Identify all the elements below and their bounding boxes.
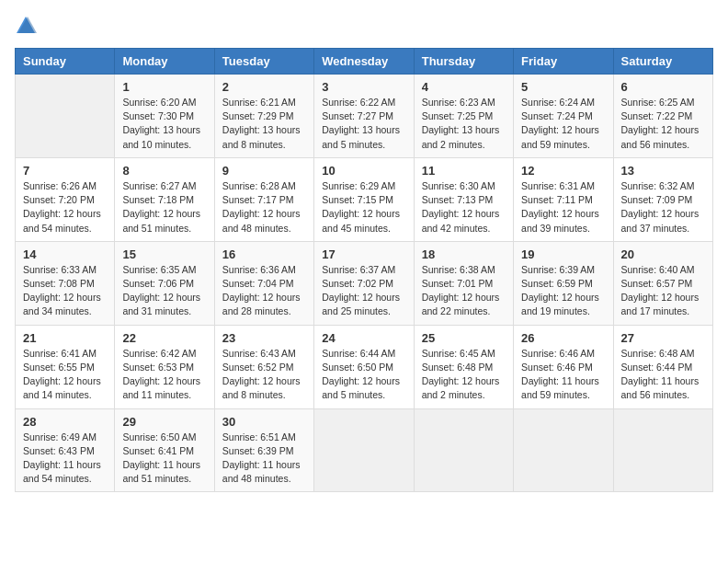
calendar-cell: 8Sunrise: 6:27 AMSunset: 7:18 PMDaylight… <box>115 157 214 241</box>
header-friday: Friday <box>514 49 613 75</box>
day-number: 25 <box>422 331 506 345</box>
logo-icon <box>15 15 37 37</box>
day-info: Sunrise: 6:48 AMSunset: 6:44 PMDaylight:… <box>621 347 705 403</box>
calendar-cell <box>16 75 115 158</box>
day-number: 13 <box>621 164 705 178</box>
day-info: Sunrise: 6:24 AMSunset: 7:24 PMDaylight:… <box>521 96 605 152</box>
week-row-1: 1Sunrise: 6:20 AMSunset: 7:30 PMDaylight… <box>16 75 713 158</box>
calendar-cell <box>613 408 712 492</box>
week-row-5: 28Sunrise: 6:49 AMSunset: 6:43 PMDayligh… <box>16 408 713 492</box>
day-info: Sunrise: 6:30 AMSunset: 7:13 PMDaylight:… <box>422 179 506 236</box>
day-info: Sunrise: 6:46 AMSunset: 6:46 PMDaylight:… <box>521 347 605 403</box>
calendar-cell: 15Sunrise: 6:35 AMSunset: 7:06 PMDayligh… <box>115 241 214 325</box>
day-number: 5 <box>521 80 605 94</box>
calendar-header-row: SundayMondayTuesdayWednesdayThursdayFrid… <box>16 49 713 75</box>
day-number: 18 <box>422 247 506 261</box>
logo <box>15 15 40 37</box>
day-number: 24 <box>322 331 405 345</box>
day-info: Sunrise: 6:25 AMSunset: 7:22 PMDaylight:… <box>621 96 705 152</box>
day-info: Sunrise: 6:43 AMSunset: 6:52 PMDaylight:… <box>222 347 306 403</box>
calendar-cell: 24Sunrise: 6:44 AMSunset: 6:50 PMDayligh… <box>314 325 414 408</box>
day-info: Sunrise: 6:22 AMSunset: 7:27 PMDaylight:… <box>322 96 405 152</box>
calendar-cell: 1Sunrise: 6:20 AMSunset: 7:30 PMDaylight… <box>115 75 214 158</box>
day-info: Sunrise: 6:42 AMSunset: 6:53 PMDaylight:… <box>122 347 206 403</box>
calendar-cell: 30Sunrise: 6:51 AMSunset: 6:39 PMDayligh… <box>214 408 313 492</box>
day-number: 8 <box>122 164 206 178</box>
day-number: 27 <box>621 331 705 345</box>
calendar-cell: 27Sunrise: 6:48 AMSunset: 6:44 PMDayligh… <box>613 325 712 408</box>
calendar-cell: 19Sunrise: 6:39 AMSunset: 6:59 PMDayligh… <box>514 241 613 325</box>
calendar-cell: 9Sunrise: 6:28 AMSunset: 7:17 PMDaylight… <box>214 157 313 241</box>
day-number: 20 <box>621 247 705 261</box>
day-number: 23 <box>222 331 306 345</box>
calendar-cell: 10Sunrise: 6:29 AMSunset: 7:15 PMDayligh… <box>314 157 414 241</box>
day-number: 14 <box>23 247 107 261</box>
day-info: Sunrise: 6:51 AMSunset: 6:39 PMDaylight:… <box>222 431 306 487</box>
day-number: 9 <box>222 164 306 178</box>
day-number: 10 <box>322 164 405 178</box>
day-number: 29 <box>122 415 206 429</box>
day-number: 21 <box>23 331 107 345</box>
day-info: Sunrise: 6:28 AMSunset: 7:17 PMDaylight:… <box>222 179 306 236</box>
calendar-cell: 20Sunrise: 6:40 AMSunset: 6:57 PMDayligh… <box>613 241 712 325</box>
day-number: 15 <box>122 247 206 261</box>
day-info: Sunrise: 6:37 AMSunset: 7:02 PMDaylight:… <box>322 263 405 319</box>
day-number: 22 <box>122 331 206 345</box>
week-row-4: 21Sunrise: 6:41 AMSunset: 6:55 PMDayligh… <box>16 325 713 408</box>
day-number: 26 <box>521 331 605 345</box>
calendar-cell: 4Sunrise: 6:23 AMSunset: 7:25 PMDaylight… <box>414 75 513 158</box>
day-info: Sunrise: 6:36 AMSunset: 7:04 PMDaylight:… <box>222 263 306 319</box>
calendar-cell: 22Sunrise: 6:42 AMSunset: 6:53 PMDayligh… <box>115 325 214 408</box>
day-info: Sunrise: 6:21 AMSunset: 7:29 PMDaylight:… <box>222 96 306 152</box>
calendar-cell: 11Sunrise: 6:30 AMSunset: 7:13 PMDayligh… <box>414 157 513 241</box>
week-row-3: 14Sunrise: 6:33 AMSunset: 7:08 PMDayligh… <box>16 241 713 325</box>
day-number: 3 <box>322 80 405 94</box>
calendar-cell: 5Sunrise: 6:24 AMSunset: 7:24 PMDaylight… <box>514 75 613 158</box>
day-info: Sunrise: 6:33 AMSunset: 7:08 PMDaylight:… <box>23 263 107 319</box>
day-number: 12 <box>521 164 605 178</box>
day-number: 4 <box>422 80 506 94</box>
calendar-cell: 28Sunrise: 6:49 AMSunset: 6:43 PMDayligh… <box>16 408 115 492</box>
day-number: 6 <box>621 80 705 94</box>
day-number: 2 <box>222 80 306 94</box>
day-info: Sunrise: 6:23 AMSunset: 7:25 PMDaylight:… <box>422 96 506 152</box>
day-number: 19 <box>521 247 605 261</box>
header-thursday: Thursday <box>414 49 513 75</box>
day-number: 7 <box>23 164 107 178</box>
day-number: 11 <box>422 164 506 178</box>
day-number: 17 <box>322 247 405 261</box>
calendar-cell: 12Sunrise: 6:31 AMSunset: 7:11 PMDayligh… <box>514 157 613 241</box>
calendar-cell: 13Sunrise: 6:32 AMSunset: 7:09 PMDayligh… <box>613 157 712 241</box>
day-info: Sunrise: 6:29 AMSunset: 7:15 PMDaylight:… <box>322 179 405 236</box>
calendar-cell: 6Sunrise: 6:25 AMSunset: 7:22 PMDaylight… <box>613 75 712 158</box>
day-info: Sunrise: 6:50 AMSunset: 6:41 PMDaylight:… <box>122 431 206 487</box>
day-number: 30 <box>222 415 306 429</box>
page-header <box>15 15 713 37</box>
header-tuesday: Tuesday <box>214 49 313 75</box>
day-info: Sunrise: 6:27 AMSunset: 7:18 PMDaylight:… <box>122 179 206 236</box>
calendar-cell: 7Sunrise: 6:26 AMSunset: 7:20 PMDaylight… <box>16 157 115 241</box>
calendar-cell <box>414 408 513 492</box>
day-info: Sunrise: 6:40 AMSunset: 6:57 PMDaylight:… <box>621 263 705 319</box>
calendar-cell: 21Sunrise: 6:41 AMSunset: 6:55 PMDayligh… <box>16 325 115 408</box>
calendar-cell <box>514 408 613 492</box>
header-wednesday: Wednesday <box>314 49 414 75</box>
calendar-cell: 14Sunrise: 6:33 AMSunset: 7:08 PMDayligh… <box>16 241 115 325</box>
calendar-cell: 25Sunrise: 6:45 AMSunset: 6:48 PMDayligh… <box>414 325 513 408</box>
day-info: Sunrise: 6:45 AMSunset: 6:48 PMDaylight:… <box>422 347 506 403</box>
calendar-cell: 17Sunrise: 6:37 AMSunset: 7:02 PMDayligh… <box>314 241 414 325</box>
day-info: Sunrise: 6:31 AMSunset: 7:11 PMDaylight:… <box>521 179 605 236</box>
day-info: Sunrise: 6:41 AMSunset: 6:55 PMDaylight:… <box>23 347 107 403</box>
day-info: Sunrise: 6:26 AMSunset: 7:20 PMDaylight:… <box>23 179 107 236</box>
day-number: 1 <box>122 80 206 94</box>
calendar-table: SundayMondayTuesdayWednesdayThursdayFrid… <box>15 48 713 492</box>
day-info: Sunrise: 6:49 AMSunset: 6:43 PMDaylight:… <box>23 431 107 487</box>
calendar-cell: 26Sunrise: 6:46 AMSunset: 6:46 PMDayligh… <box>514 325 613 408</box>
day-info: Sunrise: 6:44 AMSunset: 6:50 PMDaylight:… <box>322 347 405 403</box>
header-monday: Monday <box>115 49 214 75</box>
day-info: Sunrise: 6:20 AMSunset: 7:30 PMDaylight:… <box>122 96 206 152</box>
calendar-cell <box>314 408 414 492</box>
calendar-cell: 18Sunrise: 6:38 AMSunset: 7:01 PMDayligh… <box>414 241 513 325</box>
day-number: 16 <box>222 247 306 261</box>
calendar-cell: 29Sunrise: 6:50 AMSunset: 6:41 PMDayligh… <box>115 408 214 492</box>
